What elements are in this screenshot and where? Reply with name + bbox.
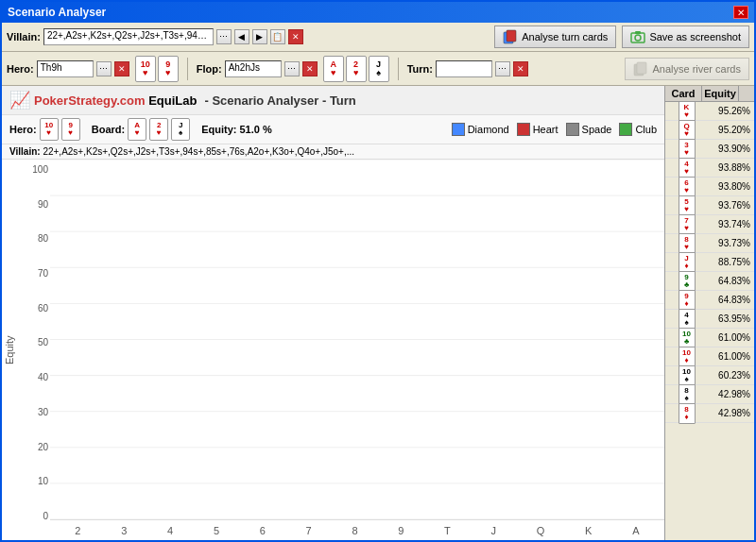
- x-axis: 2 3 4 5 6 7 8 9 T J Q K A: [50, 519, 664, 540]
- turn-clear-btn[interactable]: ✕: [513, 61, 528, 76]
- flop-clear-btn[interactable]: ✕: [302, 61, 318, 76]
- villain-label: Villain:: [7, 31, 41, 42]
- separator-1: [187, 58, 188, 80]
- x-label-T: T: [444, 525, 451, 536]
- equity-cell: 93.73%: [708, 238, 754, 248]
- equity-cell: 95.26%: [708, 106, 754, 116]
- spade-color-box: [566, 123, 579, 136]
- hero-label: Hero:: [7, 63, 34, 75]
- x-label-2: 2: [75, 525, 80, 536]
- right-panel-rows[interactable]: K ♥ 95.26% Q ♥ 95.20% 3 ♥ 93.90%: [665, 102, 754, 540]
- mini-card: 8 ♦: [679, 403, 696, 424]
- board-info-card1: A♥: [128, 118, 146, 141]
- hero-edit-btn[interactable]: ⋯: [96, 61, 112, 76]
- turn-edit-btn[interactable]: ⋯: [495, 61, 510, 76]
- chart-with-axes: Equity 100 90 80 70 60 50 40 30 20 10 0: [2, 160, 664, 540]
- x-label-Q: Q: [537, 525, 545, 536]
- x-label-K: K: [585, 525, 592, 536]
- chart-info-bar: Hero: 10♥ 9♥ Board: A♥ 2♥ J♠ Equity: 51.…: [2, 115, 664, 144]
- equity-cell: 63.95%: [708, 313, 754, 324]
- flop-card-1: A♥: [323, 56, 344, 82]
- chart-header: 📈 PokerStrategy.com EquiLab - Scenario A…: [2, 86, 664, 115]
- hero-card-2: 9♥: [158, 56, 179, 82]
- diamond-label: Diamond: [468, 124, 509, 135]
- equity-cell: 95.20%: [708, 125, 754, 135]
- equity-cell: 61.00%: [708, 332, 754, 343]
- villain-clear-btn[interactable]: ✕: [288, 29, 303, 44]
- villain-edit-btn[interactable]: ⋯: [216, 29, 232, 44]
- main-window: Scenario Analyser ✕ Villain: 22+,A2s+,K2…: [0, 0, 756, 542]
- right-panel: Card Equity K ♥ 95.26% Q ♥: [664, 86, 754, 540]
- x-label-8: 8: [352, 525, 357, 536]
- save-screenshot-label: Save as screenshot: [649, 31, 741, 42]
- turn-group: Turn: ⋯ ✕: [407, 60, 528, 77]
- equity-cell: 93.76%: [708, 200, 754, 211]
- flop-group: Flop: Ah2hJs ⋯ ✕: [197, 60, 318, 77]
- toolbar-row1: Villain: 22+,A2s+,K2s+,Q2s+,J2s+,T3s+,94…: [2, 23, 754, 52]
- bar-canvas: [50, 160, 664, 519]
- hero-clear-btn[interactable]: ✕: [114, 61, 129, 76]
- flop-card-3: J♠: [369, 56, 389, 82]
- chart-plot-area: [50, 160, 664, 519]
- equity-value: 51.0 %: [239, 124, 271, 135]
- chart-area: 📈 PokerStrategy.com EquiLab - Scenario A…: [2, 86, 664, 540]
- cards-icon: [503, 29, 518, 44]
- villain-label-chart: Villain:: [9, 146, 43, 157]
- equity-cell: 93.90%: [708, 144, 754, 154]
- board-info-label: Board:: [92, 124, 125, 135]
- analyse-river-button[interactable]: Analyse river cards: [625, 58, 749, 80]
- equity-cell: 93.88%: [708, 162, 754, 173]
- equity-cell: 64.83%: [708, 295, 754, 305]
- x-label-J: J: [491, 525, 497, 536]
- close-button[interactable]: ✕: [733, 6, 748, 19]
- analyse-river-label: Analyse river cards: [652, 63, 741, 75]
- heart-label: Heart: [533, 124, 558, 135]
- hero-cards-display: 10♥ 9♥: [135, 56, 179, 82]
- x-label-A: A: [632, 525, 639, 536]
- x-label-6: 6: [260, 525, 266, 536]
- flop-label: Flop:: [197, 63, 222, 75]
- y-axis-label: Equity: [2, 160, 17, 540]
- scroll-header-spacer: [739, 86, 754, 101]
- equity-cell: 60.23%: [708, 370, 754, 381]
- camera-icon: [630, 29, 645, 44]
- analyse-turn-button[interactable]: Analyse turn cards: [494, 25, 616, 48]
- logo-chart-icon: 📈: [9, 90, 30, 110]
- title-bar: Scenario Analyser ✕: [2, 2, 754, 23]
- save-screenshot-button[interactable]: Save as screenshot: [622, 25, 749, 48]
- x-label-4: 4: [167, 525, 173, 536]
- legend-heart: Heart: [517, 123, 558, 136]
- villain-copy-btn[interactable]: 📋: [270, 29, 285, 44]
- flop-card-2: 2♥: [346, 56, 367, 82]
- x-label-5: 5: [214, 525, 219, 536]
- svg-rect-1: [507, 30, 516, 42]
- spade-label: Spade: [582, 124, 612, 135]
- equity-column-header: Equity: [702, 86, 739, 101]
- villain-next-btn[interactable]: ▶: [252, 29, 267, 44]
- flop-edit-btn[interactable]: ⋯: [284, 61, 300, 76]
- flop-cards-display: A♥ 2♥ J♠: [323, 56, 389, 82]
- equity-cell: 42.98%: [708, 389, 754, 399]
- turn-cards-input[interactable]: [436, 60, 492, 77]
- equity-cell: 88.75%: [708, 257, 754, 267]
- x-label-7: 7: [306, 525, 312, 536]
- main-content: 📈 PokerStrategy.com EquiLab - Scenario A…: [2, 86, 754, 540]
- hero-info-label: Hero:: [9, 124, 37, 135]
- window-title: Scenario Analyser: [8, 6, 106, 19]
- board-info-card3: J♠: [171, 118, 190, 141]
- card-column-header: Card: [665, 86, 702, 101]
- x-label-3: 3: [121, 525, 127, 536]
- equity-cell: 64.83%: [708, 276, 754, 286]
- villain-range-chart: 22+,A2s+,K2s+,Q2s+,J2s+,T3s+,94s+,85s+,7…: [43, 146, 354, 157]
- equity-cell: 93.74%: [708, 219, 754, 229]
- villain-range-input[interactable]: 22+,A2s+,K2s+,Q2s+,J2s+,T3s+,94s+,85s+,7…: [43, 28, 214, 45]
- club-label: Club: [635, 124, 657, 135]
- cards-icon-grey: [633, 61, 648, 76]
- action-buttons: Analyse turn cards Save as screenshot: [494, 25, 749, 48]
- logo-text: PokerStrategy.com EquiLab: [34, 93, 197, 108]
- villain-prev-btn[interactable]: ◀: [234, 29, 249, 44]
- chart-svg-wrapper: 2 3 4 5 6 7 8 9 T J Q K A: [50, 160, 664, 540]
- legend-spade: Spade: [566, 123, 612, 136]
- flop-cards-input[interactable]: Ah2hJs: [225, 60, 282, 77]
- hero-hand-input[interactable]: Th9h: [37, 60, 94, 77]
